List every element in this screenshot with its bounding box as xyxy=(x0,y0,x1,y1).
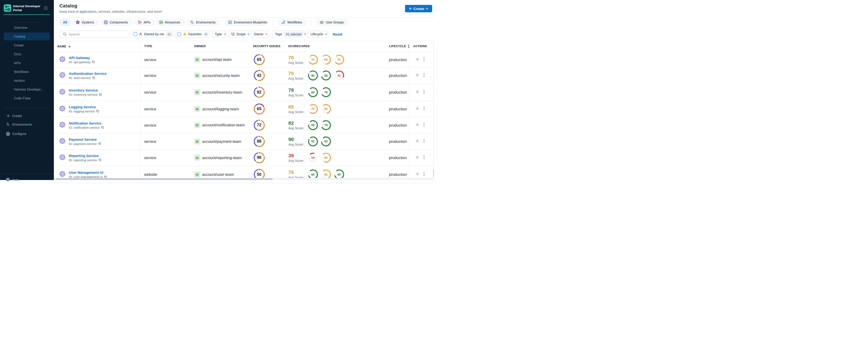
svg-text:A: A xyxy=(229,21,231,24)
